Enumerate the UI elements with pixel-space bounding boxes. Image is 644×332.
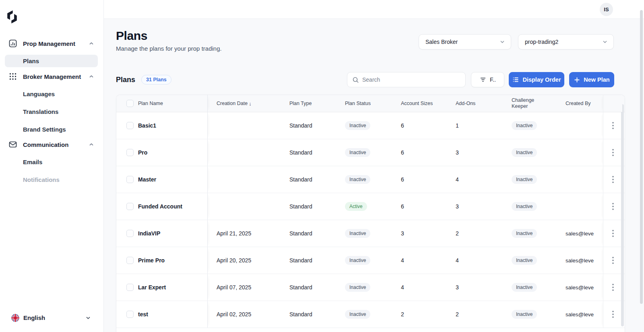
- column-header-created-by[interactable]: Created By: [560, 95, 603, 112]
- row-menu-kebab-icon[interactable]: [608, 309, 618, 320]
- column-label: Plan Status: [345, 101, 371, 106]
- add-ons-count: 1: [456, 122, 459, 129]
- search-box[interactable]: [347, 72, 466, 87]
- sidebar-item-label: Plans: [23, 58, 39, 64]
- sidebar-item-emails[interactable]: Emails: [5, 156, 98, 168]
- challenge-keeper-badge: Inactive: [512, 121, 537, 130]
- table-row[interactable]: Master Standard Inactive 6 4 Inactive: [116, 166, 625, 193]
- app-logo[interactable]: [5, 10, 19, 25]
- sidebar-section-label: Broker Management: [23, 73, 81, 80]
- column-header-actions: [603, 95, 622, 112]
- sidebar-item-notifications[interactable]: Notifications: [5, 173, 98, 186]
- row-menu-kebab-icon[interactable]: [608, 174, 618, 185]
- plan-name: Pro: [138, 149, 147, 156]
- broker-select[interactable]: Sales Broker: [419, 34, 511, 49]
- table-row[interactable]: Pro Standard Inactive 6 3 Inactive: [116, 139, 625, 166]
- broker-select-value: Sales Broker: [425, 39, 500, 45]
- plan-status-badge: Inactive: [345, 229, 370, 238]
- column-header-plan-type[interactable]: Plan Type: [282, 95, 339, 112]
- column-header-plan-name[interactable]: Plan Name: [116, 95, 208, 112]
- column-header-plan-status[interactable]: Plan Status: [339, 95, 393, 112]
- add-ons-count: 2: [456, 311, 459, 318]
- column-header-challenge-keeper[interactable]: Challenge Keeper: [506, 95, 560, 112]
- row-checkbox[interactable]: [126, 149, 134, 156]
- page-title: Plans: [116, 29, 147, 43]
- table-header-row: Plan Name Creation Date ↓ Plan Type Plan…: [116, 95, 625, 112]
- challenge-keeper-badge: Inactive: [512, 175, 537, 184]
- row-checkbox[interactable]: [126, 176, 134, 183]
- sidebar-item-plans[interactable]: Plans: [5, 55, 98, 67]
- display-order-button[interactable]: Display Order: [509, 72, 564, 87]
- add-ons-count: 4: [456, 176, 459, 183]
- plan-status-badge: Inactive: [345, 175, 370, 184]
- sidebar-section-prop-management[interactable]: Prop Management: [0, 37, 104, 49]
- sidebar-item-languages[interactable]: Languages: [5, 88, 98, 100]
- column-label: Challenge Keeper: [512, 97, 544, 109]
- sidebar-section-broker-management[interactable]: Broker Management: [0, 70, 104, 82]
- row-menu-kebab-icon[interactable]: [608, 255, 618, 266]
- add-ons-count: 3: [456, 203, 459, 210]
- row-menu-kebab-icon[interactable]: [608, 120, 618, 131]
- table-row[interactable]: Funded Account Standard Active 6 3 Inact…: [116, 193, 625, 220]
- row-checkbox[interactable]: [126, 230, 134, 237]
- table-row[interactable]: Lar Expert April 07, 2025 Standard Inact…: [116, 274, 625, 301]
- row-menu-kebab-icon[interactable]: [608, 228, 618, 239]
- created-by: sales@leve: [566, 231, 594, 237]
- language-selector[interactable]: English: [0, 311, 104, 325]
- new-plan-button[interactable]: New Plan: [569, 72, 614, 87]
- created-by: sales@leve: [566, 285, 594, 291]
- plans-table: Plan Name Creation Date ↓ Plan Type Plan…: [116, 95, 625, 332]
- challenge-keeper-badge: Inactive: [512, 283, 537, 292]
- plan-type: Standard: [289, 122, 312, 129]
- row-checkbox[interactable]: [126, 257, 134, 264]
- sidebar-section-label: Prop Management: [23, 40, 75, 47]
- table-row[interactable]: test April 02, 2025 Standard Inactive 2 …: [116, 301, 625, 328]
- plan-type: Standard: [289, 149, 312, 156]
- table-row[interactable]: IndiaVIP April 21, 2025 Standard Inactiv…: [116, 220, 625, 247]
- plan-name: Lar Expert: [138, 284, 166, 291]
- chevron-down-icon: [500, 39, 505, 45]
- table-row[interactable]: Prime Pro April 20, 2025 Standard Inacti…: [116, 247, 625, 274]
- sidebar-item-translations[interactable]: Translations: [5, 105, 98, 118]
- row-checkbox[interactable]: [126, 284, 134, 291]
- filter-button[interactable]: F..: [471, 72, 504, 87]
- site-select-value: prop-trading2: [525, 39, 602, 45]
- search-input[interactable]: [362, 76, 460, 83]
- user-avatar[interactable]: IS: [600, 3, 613, 16]
- chevron-up-icon: [89, 142, 94, 147]
- add-ons-count: 3: [456, 284, 459, 291]
- column-label: Account Sizes: [401, 101, 433, 106]
- plan-name: test: [138, 311, 148, 318]
- sort-desc-icon: ↓: [249, 101, 252, 107]
- row-checkbox[interactable]: [126, 203, 134, 210]
- chevron-up-icon: [89, 41, 94, 46]
- row-menu-kebab-icon[interactable]: [608, 282, 618, 293]
- table-row[interactable]: Basic1 Standard Inactive 6 1 Inactive: [116, 112, 625, 139]
- page-scrollbar[interactable]: [640, 10, 643, 304]
- column-header-account-sizes[interactable]: Account Sizes: [393, 95, 451, 112]
- column-header-creation-date[interactable]: Creation Date ↓: [208, 95, 282, 112]
- bar-chart-square-icon: [8, 39, 17, 48]
- ordered-list-icon: [512, 76, 519, 83]
- plan-status-badge: Inactive: [345, 148, 370, 157]
- challenge-keeper-badge: Inactive: [512, 229, 537, 238]
- plan-name: IndiaVIP: [138, 230, 160, 237]
- row-menu-kebab-icon[interactable]: [608, 201, 618, 212]
- account-sizes-count: 4: [401, 257, 404, 264]
- site-select[interactable]: prop-trading2: [518, 34, 614, 49]
- select-all-checkbox[interactable]: [126, 100, 134, 107]
- sidebar-item-brand-settings[interactable]: Brand Settings: [5, 123, 98, 136]
- row-checkbox[interactable]: [126, 311, 134, 318]
- sidebar-section-communication[interactable]: Communication: [0, 138, 104, 151]
- created-by: sales@leve: [566, 311, 594, 318]
- sidebar-item-label: Brand Settings: [23, 126, 66, 133]
- column-label: Creation Date: [217, 101, 248, 106]
- mail-icon: [8, 140, 17, 149]
- row-checkbox[interactable]: [126, 122, 134, 129]
- plan-name: Prime Pro: [138, 257, 165, 264]
- page-subtitle: Manage the plans for your prop trading.: [116, 45, 222, 52]
- chevron-down-icon: [85, 315, 91, 321]
- row-menu-kebab-icon[interactable]: [608, 147, 618, 158]
- topbar: IS: [104, 0, 644, 19]
- column-header-add-ons[interactable]: Add-Ons: [451, 95, 506, 112]
